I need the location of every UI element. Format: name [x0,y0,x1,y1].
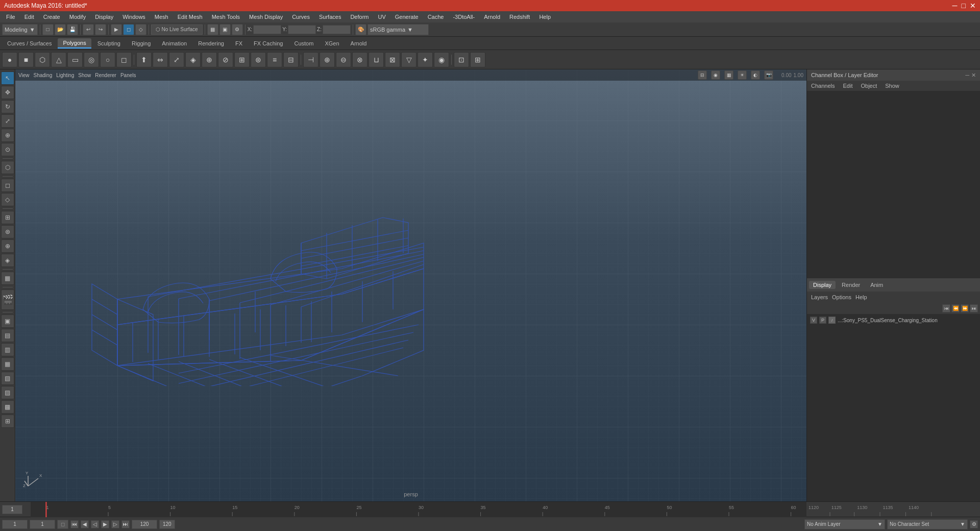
options-option[interactable]: Options [832,294,851,300]
menu-item-cache[interactable]: Cache [424,13,448,21]
mode-tab-xgen[interactable]: XGen [320,39,344,48]
mode-tab-polygons[interactable]: Polygons [58,38,91,49]
shelf-connect[interactable]: ⊟ [283,52,299,67]
layer-ctrl-3[interactable]: ⏩ [961,304,969,312]
open-file-btn[interactable]: 📂 [55,24,66,35]
layer-ctrl-4[interactable]: ⏭ [970,304,978,312]
menu-item-surfaces[interactable]: Surfaces [315,13,345,21]
menu-item-mesh-display[interactable]: Mesh Display [245,13,287,21]
menu-item-file[interactable]: File [2,13,19,21]
shelf-cleanup[interactable]: ✦ [418,52,433,67]
universal-manip-btn[interactable]: ⊕ [1,129,14,142]
undo-btn[interactable]: ↩ [83,24,94,35]
mode-tab-custom[interactable]: Custom [289,39,319,48]
menu-item-mesh[interactable]: Mesh [151,13,173,21]
mode-tab-fx-caching[interactable]: FX Caching [249,39,288,48]
mode-tab-rendering[interactable]: Rendering [193,39,229,48]
edit-tab[interactable]: Edit [841,82,854,90]
help-option[interactable]: Help [855,294,867,300]
menu-item-arnold[interactable]: Arnold [480,13,504,21]
show-menu[interactable]: Show [78,73,91,78]
quick-layout-6-btn[interactable]: ▨ [1,386,14,399]
render-region-btn[interactable]: ▦ [1,272,14,285]
quick-layout-2-btn[interactable]: ▤ [1,329,14,342]
play-forward-btn[interactable]: ▶ [101,520,109,528]
camera-view-toggle[interactable]: 📷 [764,70,773,80]
play-back-btn[interactable]: ◁ [91,520,99,528]
frame-input[interactable] [30,520,55,529]
shelf-uv-unfold[interactable]: ⊡ [454,52,469,67]
shelf-mirror[interactable]: ⊣ [303,52,318,67]
panels-menu[interactable]: Panels [120,73,136,78]
soft-mod-btn[interactable]: ⊙ [1,143,14,156]
layer-ctrl-2[interactable]: ⏪ [951,304,960,312]
menu-item-mesh-tools[interactable]: Mesh Tools [208,13,244,21]
anim-settings-btn[interactable]: ⚙ [970,520,978,528]
coord-y-input[interactable] [288,25,316,34]
shelf-cylinder[interactable]: ⬡ [35,52,50,67]
show-tab[interactable]: Show [883,82,901,90]
shelf-smooth[interactable]: ◉ [434,52,449,67]
render-settings-btn[interactable]: ⚙ [232,24,243,35]
menu-item-deform[interactable]: Deform [346,13,373,21]
shelf-insert-loop[interactable]: ⊞ [234,52,250,67]
minimize-btn[interactable]: ─ [952,2,958,10]
viewport-3d[interactable]: View Shading Lighting Show Renderer Pane… [15,69,806,501]
menu-item-edit-mesh[interactable]: Edit Mesh [174,13,207,21]
anim-tab[interactable]: Anim [866,281,887,289]
display-tab[interactable]: Display [809,281,836,289]
skip-to-end-btn[interactable]: ⏭ [121,520,130,528]
layer-playback-btn[interactable]: P [819,317,826,324]
shelf-offset-edge[interactable]: ≡ [267,52,282,67]
mode-tab-fx[interactable]: FX [230,39,248,48]
quick-layout-btn[interactable]: ▣ [1,315,14,328]
shelf-sphere[interactable]: ● [2,52,17,67]
paint-sel-btn[interactable]: ◇ [135,24,146,35]
gamma-toggle[interactable]: 🎨 [355,24,366,35]
object-tab[interactable]: Object [859,82,879,90]
shelf-disk[interactable]: ◎ [84,52,99,67]
mode-dropdown[interactable]: Modeling ▼ [2,24,38,35]
mode-tab-curves---surfaces[interactable]: Curves / Surfaces [2,39,57,48]
shelf-uv-layout[interactable]: ⊞ [470,52,485,67]
rotate-tool-btn[interactable]: ↻ [1,100,14,113]
layer-ctrl-1[interactable]: ⏮ [942,304,950,312]
lasso-select-btn[interactable]: ◻ [1,179,14,192]
maximize-btn[interactable]: □ [962,2,966,10]
select-btn[interactable]: ▶ [111,24,122,35]
gamma-dropdown[interactable]: sRGB gamma ▼ [368,24,429,35]
quick-layout-4-btn[interactable]: ▦ [1,357,14,371]
show-manip-btn[interactable]: ⬡ [1,161,14,174]
shelf-duplicate-face[interactable]: ⊗ [352,52,368,67]
close-btn[interactable]: ✕ [970,2,976,10]
shaded-toggle[interactable]: ◉ [711,70,720,80]
step-forward-btn[interactable]: ▷ [111,520,119,528]
snap-point-btn[interactable]: ⊕ [1,239,14,253]
snap-curve-btn[interactable]: ⊛ [1,225,14,238]
render-btn[interactable]: ▦ [207,24,218,35]
quick-layout-8-btn[interactable]: ⊞ [1,415,14,428]
save-file-btn[interactable]: 💾 [67,24,78,35]
menu-item-redshift[interactable]: Redshift [505,13,534,21]
current-frame-input[interactable] [2,505,22,514]
shelf-extrude[interactable]: ⬆ [136,52,152,67]
range-start-input[interactable] [2,520,28,529]
shelf-plane[interactable]: ▭ [67,52,83,67]
shelf-torus[interactable]: ○ [100,52,115,67]
new-file-btn[interactable]: □ [42,24,54,35]
range-end-input[interactable] [132,520,157,529]
coord-z-input[interactable] [323,25,351,34]
anim-layer-dropdown[interactable]: No Anim Layer ▼ [804,519,885,529]
shelf-target-weld[interactable]: ⊛ [251,52,266,67]
menu-item-display[interactable]: Display [91,13,117,21]
shelf-loop[interactable]: ⊕ [202,52,217,67]
lighting-menu[interactable]: Lighting [56,73,74,78]
coord-x-input[interactable] [253,25,281,34]
redo-btn[interactable]: ↪ [95,24,106,35]
textured-toggle[interactable]: ▦ [724,70,733,80]
snap-grid-btn[interactable]: ⊞ [1,211,14,224]
shadow-toggle[interactable]: ◐ [751,70,760,80]
mode-tab-arnold[interactable]: Arnold [346,39,372,48]
shelf-combine[interactable]: ⊕ [320,52,335,67]
menu-item-generate[interactable]: Generate [391,13,423,21]
